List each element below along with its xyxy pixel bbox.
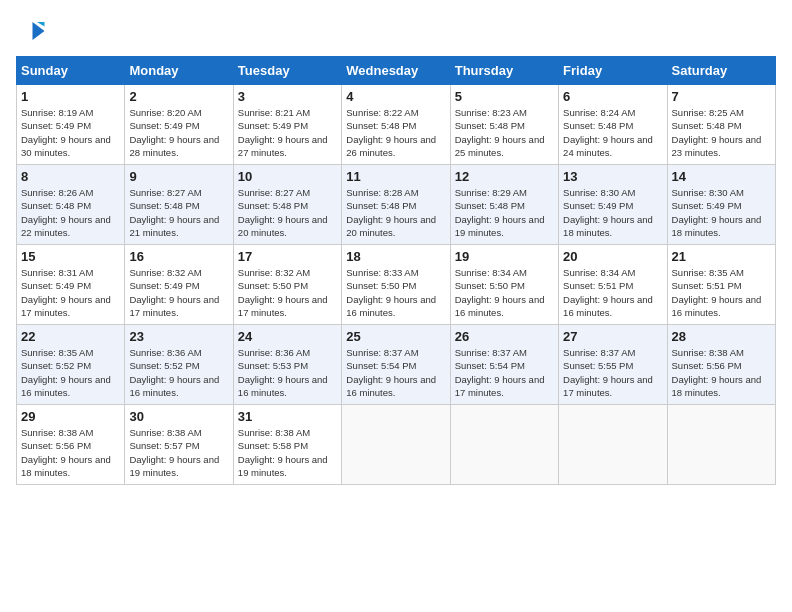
day-number: 11 (346, 169, 445, 184)
cell-details: Sunrise: 8:30 AM Sunset: 5:49 PM Dayligh… (672, 186, 771, 239)
day-number: 1 (21, 89, 120, 104)
page-header (16, 16, 776, 46)
calendar-cell: 13Sunrise: 8:30 AM Sunset: 5:49 PM Dayli… (559, 165, 667, 245)
day-number: 31 (238, 409, 337, 424)
cell-details: Sunrise: 8:29 AM Sunset: 5:48 PM Dayligh… (455, 186, 554, 239)
logo-icon (16, 16, 46, 46)
day-number: 2 (129, 89, 228, 104)
cell-details: Sunrise: 8:28 AM Sunset: 5:48 PM Dayligh… (346, 186, 445, 239)
cell-details: Sunrise: 8:19 AM Sunset: 5:49 PM Dayligh… (21, 106, 120, 159)
calendar-cell: 4Sunrise: 8:22 AM Sunset: 5:48 PM Daylig… (342, 85, 450, 165)
cell-details: Sunrise: 8:38 AM Sunset: 5:58 PM Dayligh… (238, 426, 337, 479)
svg-marker-1 (37, 22, 45, 27)
calendar-header-monday: Monday (125, 57, 233, 85)
day-number: 10 (238, 169, 337, 184)
cell-details: Sunrise: 8:21 AM Sunset: 5:49 PM Dayligh… (238, 106, 337, 159)
cell-details: Sunrise: 8:34 AM Sunset: 5:50 PM Dayligh… (455, 266, 554, 319)
cell-details: Sunrise: 8:20 AM Sunset: 5:49 PM Dayligh… (129, 106, 228, 159)
cell-details: Sunrise: 8:24 AM Sunset: 5:48 PM Dayligh… (563, 106, 662, 159)
day-number: 17 (238, 249, 337, 264)
day-number: 5 (455, 89, 554, 104)
calendar-cell: 7Sunrise: 8:25 AM Sunset: 5:48 PM Daylig… (667, 85, 775, 165)
calendar-cell: 11Sunrise: 8:28 AM Sunset: 5:48 PM Dayli… (342, 165, 450, 245)
calendar-week-1: 1Sunrise: 8:19 AM Sunset: 5:49 PM Daylig… (17, 85, 776, 165)
day-number: 28 (672, 329, 771, 344)
day-number: 15 (21, 249, 120, 264)
calendar-cell: 6Sunrise: 8:24 AM Sunset: 5:48 PM Daylig… (559, 85, 667, 165)
day-number: 24 (238, 329, 337, 344)
calendar-cell: 29Sunrise: 8:38 AM Sunset: 5:56 PM Dayli… (17, 405, 125, 485)
day-number: 29 (21, 409, 120, 424)
cell-details: Sunrise: 8:32 AM Sunset: 5:49 PM Dayligh… (129, 266, 228, 319)
cell-details: Sunrise: 8:37 AM Sunset: 5:54 PM Dayligh… (346, 346, 445, 399)
cell-details: Sunrise: 8:38 AM Sunset: 5:57 PM Dayligh… (129, 426, 228, 479)
calendar-cell: 21Sunrise: 8:35 AM Sunset: 5:51 PM Dayli… (667, 245, 775, 325)
calendar-header-row: SundayMondayTuesdayWednesdayThursdayFrid… (17, 57, 776, 85)
cell-details: Sunrise: 8:31 AM Sunset: 5:49 PM Dayligh… (21, 266, 120, 319)
day-number: 4 (346, 89, 445, 104)
cell-details: Sunrise: 8:32 AM Sunset: 5:50 PM Dayligh… (238, 266, 337, 319)
day-number: 16 (129, 249, 228, 264)
day-number: 18 (346, 249, 445, 264)
calendar-cell: 22Sunrise: 8:35 AM Sunset: 5:52 PM Dayli… (17, 325, 125, 405)
day-number: 20 (563, 249, 662, 264)
cell-details: Sunrise: 8:38 AM Sunset: 5:56 PM Dayligh… (672, 346, 771, 399)
calendar-header-wednesday: Wednesday (342, 57, 450, 85)
cell-details: Sunrise: 8:27 AM Sunset: 5:48 PM Dayligh… (129, 186, 228, 239)
cell-details: Sunrise: 8:36 AM Sunset: 5:53 PM Dayligh… (238, 346, 337, 399)
day-number: 9 (129, 169, 228, 184)
calendar-cell (559, 405, 667, 485)
calendar-cell: 27Sunrise: 8:37 AM Sunset: 5:55 PM Dayli… (559, 325, 667, 405)
cell-details: Sunrise: 8:30 AM Sunset: 5:49 PM Dayligh… (563, 186, 662, 239)
calendar-body: 1Sunrise: 8:19 AM Sunset: 5:49 PM Daylig… (17, 85, 776, 485)
day-number: 27 (563, 329, 662, 344)
cell-details: Sunrise: 8:25 AM Sunset: 5:48 PM Dayligh… (672, 106, 771, 159)
day-number: 23 (129, 329, 228, 344)
calendar-cell: 9Sunrise: 8:27 AM Sunset: 5:48 PM Daylig… (125, 165, 233, 245)
calendar-cell (450, 405, 558, 485)
calendar-cell: 12Sunrise: 8:29 AM Sunset: 5:48 PM Dayli… (450, 165, 558, 245)
logo (16, 16, 50, 46)
calendar-week-3: 15Sunrise: 8:31 AM Sunset: 5:49 PM Dayli… (17, 245, 776, 325)
cell-details: Sunrise: 8:35 AM Sunset: 5:51 PM Dayligh… (672, 266, 771, 319)
calendar-cell: 18Sunrise: 8:33 AM Sunset: 5:50 PM Dayli… (342, 245, 450, 325)
cell-details: Sunrise: 8:33 AM Sunset: 5:50 PM Dayligh… (346, 266, 445, 319)
calendar-cell: 16Sunrise: 8:32 AM Sunset: 5:49 PM Dayli… (125, 245, 233, 325)
cell-details: Sunrise: 8:36 AM Sunset: 5:52 PM Dayligh… (129, 346, 228, 399)
calendar-cell: 28Sunrise: 8:38 AM Sunset: 5:56 PM Dayli… (667, 325, 775, 405)
calendar-cell: 24Sunrise: 8:36 AM Sunset: 5:53 PM Dayli… (233, 325, 341, 405)
cell-details: Sunrise: 8:38 AM Sunset: 5:56 PM Dayligh… (21, 426, 120, 479)
calendar-cell: 20Sunrise: 8:34 AM Sunset: 5:51 PM Dayli… (559, 245, 667, 325)
calendar-cell: 30Sunrise: 8:38 AM Sunset: 5:57 PM Dayli… (125, 405, 233, 485)
calendar-cell: 5Sunrise: 8:23 AM Sunset: 5:48 PM Daylig… (450, 85, 558, 165)
calendar-cell: 26Sunrise: 8:37 AM Sunset: 5:54 PM Dayli… (450, 325, 558, 405)
calendar-cell (667, 405, 775, 485)
calendar-cell: 15Sunrise: 8:31 AM Sunset: 5:49 PM Dayli… (17, 245, 125, 325)
calendar-cell: 3Sunrise: 8:21 AM Sunset: 5:49 PM Daylig… (233, 85, 341, 165)
cell-details: Sunrise: 8:23 AM Sunset: 5:48 PM Dayligh… (455, 106, 554, 159)
calendar-header-friday: Friday (559, 57, 667, 85)
cell-details: Sunrise: 8:26 AM Sunset: 5:48 PM Dayligh… (21, 186, 120, 239)
day-number: 14 (672, 169, 771, 184)
calendar-cell: 31Sunrise: 8:38 AM Sunset: 5:58 PM Dayli… (233, 405, 341, 485)
calendar-header-thursday: Thursday (450, 57, 558, 85)
day-number: 6 (563, 89, 662, 104)
day-number: 13 (563, 169, 662, 184)
day-number: 7 (672, 89, 771, 104)
day-number: 30 (129, 409, 228, 424)
day-number: 19 (455, 249, 554, 264)
cell-details: Sunrise: 8:37 AM Sunset: 5:55 PM Dayligh… (563, 346, 662, 399)
calendar-cell: 19Sunrise: 8:34 AM Sunset: 5:50 PM Dayli… (450, 245, 558, 325)
calendar-header-sunday: Sunday (17, 57, 125, 85)
calendar-header-saturday: Saturday (667, 57, 775, 85)
calendar-cell: 2Sunrise: 8:20 AM Sunset: 5:49 PM Daylig… (125, 85, 233, 165)
day-number: 12 (455, 169, 554, 184)
day-number: 22 (21, 329, 120, 344)
calendar-cell: 17Sunrise: 8:32 AM Sunset: 5:50 PM Dayli… (233, 245, 341, 325)
day-number: 8 (21, 169, 120, 184)
calendar-cell: 14Sunrise: 8:30 AM Sunset: 5:49 PM Dayli… (667, 165, 775, 245)
calendar-header-tuesday: Tuesday (233, 57, 341, 85)
day-number: 21 (672, 249, 771, 264)
cell-details: Sunrise: 8:34 AM Sunset: 5:51 PM Dayligh… (563, 266, 662, 319)
calendar-cell: 8Sunrise: 8:26 AM Sunset: 5:48 PM Daylig… (17, 165, 125, 245)
